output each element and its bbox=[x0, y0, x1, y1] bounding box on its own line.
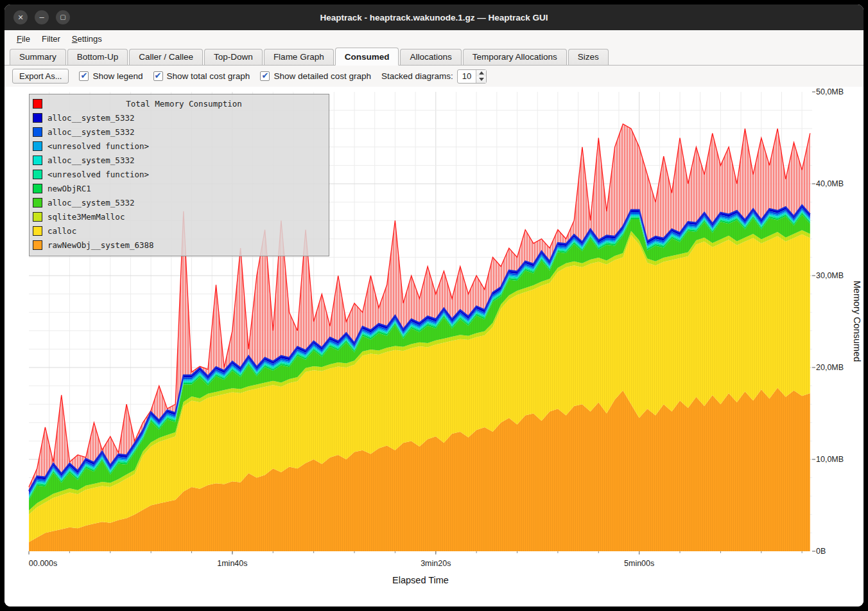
y-tick-label: 10,0MB bbox=[816, 455, 844, 464]
legend-item: alloc__system_5332 bbox=[33, 125, 326, 139]
legend-label: newObjRC1 bbox=[48, 184, 91, 193]
y-axis-title: Memory Consumed bbox=[852, 281, 862, 362]
legend-label: <unresolved function> bbox=[48, 170, 149, 179]
checkbox-icon[interactable] bbox=[79, 71, 89, 81]
checkbox-label: Show detailed cost graph bbox=[273, 71, 371, 81]
tab-top-down[interactable]: Top-Down bbox=[204, 49, 263, 65]
memory-consumption-chart[interactable]: Total Memory Consumption alloc__system_5… bbox=[4, 87, 864, 607]
spin-up-icon[interactable] bbox=[476, 70, 486, 76]
legend-label: sqlite3MemMalloc bbox=[48, 212, 125, 222]
legend-title-row: Total Memory Consumption bbox=[33, 97, 326, 111]
legend-label: rawNewObj__system_6388 bbox=[48, 240, 154, 250]
legend-title: Total Memory Consumption bbox=[42, 99, 326, 109]
stacked-diagrams-control: Stacked diagrams: 10 bbox=[381, 69, 487, 84]
tab-temporary-allocations[interactable]: Temporary Allocations bbox=[463, 49, 567, 65]
legend-item: sqlite3MemMalloc bbox=[33, 209, 326, 224]
stacked-diagrams-value[interactable]: 10 bbox=[458, 70, 476, 83]
tab-bar: SummaryBottom-UpCaller / CalleeTop-DownF… bbox=[4, 47, 864, 66]
legend-item: <unresolved function> bbox=[33, 167, 326, 181]
checkbox-icon[interactable] bbox=[260, 71, 270, 81]
chart-legend: Total Memory Consumption alloc__system_5… bbox=[29, 94, 329, 256]
window-controls bbox=[13, 4, 70, 30]
legend-swatch bbox=[33, 155, 42, 165]
tab-bottom-up[interactable]: Bottom-Up bbox=[67, 49, 128, 65]
app-window: Heaptrack - heaptrack.wakunode.1.gz — He… bbox=[0, 0, 868, 611]
legend-swatch bbox=[33, 198, 42, 208]
legend-label: <unresolved function> bbox=[48, 141, 149, 151]
y-tick-label: 50,0MB bbox=[816, 87, 844, 96]
x-axis-title: Elapsed Time bbox=[392, 575, 449, 585]
checkbox-show-legend[interactable]: Show legend bbox=[79, 71, 143, 81]
legend-swatch bbox=[33, 113, 42, 123]
legend-label: calloc bbox=[48, 226, 76, 236]
legend-swatch bbox=[33, 240, 42, 250]
legend-swatch bbox=[33, 127, 42, 137]
checkbox-show-detailed-cost-graph[interactable]: Show detailed cost graph bbox=[260, 71, 371, 81]
menu-filter[interactable]: Filter bbox=[36, 32, 66, 46]
window-title: Heaptrack - heaptrack.wakunode.1.gz — He… bbox=[4, 13, 864, 22]
tab-consumed[interactable]: Consumed bbox=[335, 48, 399, 66]
maximize-icon[interactable] bbox=[56, 10, 70, 24]
menu-file[interactable]: File bbox=[11, 32, 36, 46]
legend-item: rawNewObj__system_6388 bbox=[33, 238, 326, 252]
legend-item: alloc__system_5332 bbox=[33, 195, 326, 209]
y-tick-label: 30,0MB bbox=[816, 271, 844, 280]
legend-swatch bbox=[33, 141, 42, 151]
legend-item: newObjRC1 bbox=[33, 181, 326, 195]
legend-item: <unresolved function> bbox=[33, 139, 326, 153]
legend-swatch bbox=[33, 170, 42, 179]
legend-rows: alloc__system_5332alloc__system_5332<unr… bbox=[33, 111, 326, 252]
x-tick-label: 5min00s bbox=[624, 559, 654, 568]
legend-swatch bbox=[33, 226, 42, 236]
tab-sizes[interactable]: Sizes bbox=[568, 49, 609, 65]
checkbox-icon[interactable] bbox=[153, 71, 163, 81]
y-tick-label: 40,0MB bbox=[816, 179, 844, 188]
stacked-diagrams-spinbox[interactable]: 10 bbox=[457, 69, 487, 84]
legend-item: alloc__system_5332 bbox=[33, 111, 326, 125]
legend-swatch bbox=[33, 212, 42, 222]
minimize-icon[interactable] bbox=[35, 10, 49, 24]
spin-arrows bbox=[476, 70, 486, 83]
total-swatch bbox=[33, 99, 42, 109]
toolbar: Export As... Show legendShow total cost … bbox=[4, 66, 864, 87]
legend-label: alloc__system_5332 bbox=[48, 113, 134, 123]
legend-label: alloc__system_5332 bbox=[48, 155, 134, 165]
checkbox-label: Show legend bbox=[92, 71, 143, 81]
tab-allocations[interactable]: Allocations bbox=[400, 49, 461, 65]
close-icon[interactable] bbox=[13, 10, 28, 24]
legend-swatch bbox=[33, 184, 42, 193]
x-tick-label: 00.000s bbox=[29, 559, 57, 568]
tab-flame-graph[interactable]: Flame Graph bbox=[264, 49, 334, 65]
checkbox-label: Show total cost graph bbox=[167, 71, 250, 81]
y-tick-label: 0B bbox=[816, 547, 826, 556]
legend-item: calloc bbox=[33, 224, 326, 238]
export-as-button[interactable]: Export As... bbox=[12, 69, 69, 84]
spin-down-icon[interactable] bbox=[476, 76, 486, 83]
y-tick-label: 20,0MB bbox=[816, 363, 844, 372]
legend-item: alloc__system_5332 bbox=[33, 153, 326, 167]
stacked-diagrams-label: Stacked diagrams: bbox=[381, 71, 453, 81]
x-tick-label: 3min20s bbox=[421, 559, 451, 568]
checkbox-show-total-cost-graph[interactable]: Show total cost graph bbox=[153, 71, 250, 81]
title-bar[interactable]: Heaptrack - heaptrack.wakunode.1.gz — He… bbox=[4, 4, 864, 30]
legend-label: alloc__system_5332 bbox=[48, 198, 134, 208]
tab-summary[interactable]: Summary bbox=[10, 49, 66, 65]
legend-label: alloc__system_5332 bbox=[48, 127, 134, 137]
menu-bar: FileFilterSettings bbox=[4, 30, 864, 47]
menu-settings[interactable]: Settings bbox=[66, 32, 108, 46]
x-tick-label: 1min40s bbox=[217, 559, 247, 568]
checkbox-group: Show legendShow total cost graphShow det… bbox=[79, 71, 371, 81]
tab-caller-callee[interactable]: Caller / Callee bbox=[129, 49, 203, 65]
